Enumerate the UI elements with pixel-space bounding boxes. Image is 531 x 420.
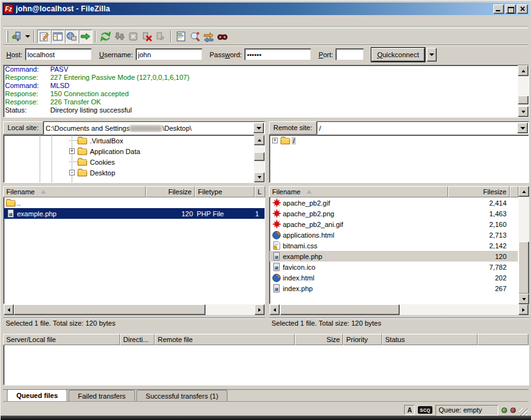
tree-item-label[interactable]: / (292, 137, 296, 145)
menu-item[interactable] (21, 20, 30, 23)
file-row[interactable]: index.php 267 (270, 283, 518, 294)
menu-item[interactable] (56, 20, 65, 23)
app-icon[interactable]: Fz (4, 4, 13, 14)
sync-browse-button[interactable] (202, 30, 216, 43)
scroll-thumb[interactable] (14, 304, 205, 315)
file-row[interactable]: example.php 120 (270, 251, 518, 262)
local-list-hscrollbar[interactable] (4, 304, 265, 315)
tree-item[interactable]: Desktop (4, 167, 265, 178)
password-input[interactable] (244, 48, 311, 60)
tab-successful-transfers-1[interactable]: Successful transfers (1) (136, 390, 228, 401)
menu-item[interactable] (38, 20, 47, 23)
column-header[interactable]: L (255, 186, 265, 197)
tree-item-label[interactable]: .VirtualBox (89, 137, 124, 145)
host-input[interactable] (25, 48, 92, 60)
speed-limit-icon[interactable]: SCQ (418, 406, 432, 414)
statusbar: A SCQ Queue: empty (3, 404, 528, 416)
menu-item[interactable] (30, 20, 38, 23)
scroll-left-button[interactable] (270, 304, 280, 315)
scroll-down-button[interactable] (518, 294, 529, 304)
tree-item-label[interactable]: Desktop (89, 169, 116, 177)
tab-queued-files[interactable]: Queued files (7, 389, 67, 401)
site-manager-button[interactable] (10, 30, 24, 43)
file-row[interactable]: favicon.ico 7,782 (270, 262, 518, 272)
column-header[interactable]: Remote file (155, 334, 295, 345)
username-input[interactable] (136, 48, 202, 60)
quickconnect-dropdown[interactable] (427, 48, 437, 62)
site-manager-dropdown[interactable] (24, 30, 31, 43)
tree-item[interactable]: / (270, 135, 528, 146)
scroll-thumb[interactable] (518, 96, 528, 104)
column-header[interactable]: Server/Local file (3, 334, 120, 345)
file-row[interactable]: .. (4, 197, 265, 208)
minimize-button[interactable] (493, 4, 504, 14)
remote-list-vscrollbar[interactable] (518, 186, 529, 304)
maximize-button[interactable] (505, 4, 516, 14)
close-button[interactable] (517, 4, 528, 14)
remote-list-hscrollbar[interactable] (270, 304, 528, 315)
tree-item-label[interactable]: Application Data (89, 148, 141, 155)
column-header[interactable]: Filesize (146, 186, 195, 197)
scroll-thumb[interactable] (254, 152, 265, 161)
log-scrollbar[interactable] (518, 65, 528, 117)
local-combo-dropdown[interactable] (253, 123, 264, 133)
data-type-indicator[interactable]: A (404, 405, 415, 415)
local-tree-scrollbar[interactable] (254, 135, 265, 182)
scroll-down-button[interactable] (254, 172, 265, 182)
file-row[interactable]: bitnami.css 2,142 (270, 240, 518, 251)
file-row[interactable]: applications.html 2,713 (270, 229, 518, 240)
tree-item[interactable]: Cookies (4, 157, 265, 167)
file-row[interactable]: apache_pb2_ani.gif 2,160 (270, 219, 518, 229)
column-header[interactable]: Directi... (120, 334, 155, 345)
toggle-local-tree-button[interactable] (51, 30, 65, 43)
tab-failed-transfers[interactable]: Failed transfers (68, 390, 135, 401)
tree-item[interactable]: .VirtualBox (4, 135, 265, 146)
remote-path: / (319, 124, 321, 132)
scroll-left-button[interactable] (4, 304, 14, 315)
toggle-message-log-button[interactable] (37, 30, 51, 43)
scroll-down-button[interactable] (518, 106, 528, 117)
port-input[interactable] (336, 48, 364, 60)
column-header[interactable]: Filetype (195, 186, 255, 197)
toolbar-grip[interactable] (6, 31, 8, 42)
column-header[interactable]: Status (382, 334, 478, 345)
remote-combo-dropdown[interactable] (517, 123, 528, 133)
column-header[interactable] (478, 334, 528, 345)
file-row[interactable]: apache_pb2.png 1,463 (270, 208, 518, 219)
column-header[interactable]: Filename (3, 186, 146, 197)
column-header[interactable]: Filesize (448, 186, 510, 197)
scroll-right-button[interactable] (518, 304, 528, 315)
column-header[interactable]: Filename (269, 186, 448, 197)
scroll-right-button[interactable] (255, 304, 265, 315)
menu-item[interactable] (12, 20, 21, 23)
scroll-up-button[interactable] (254, 135, 265, 145)
expand-icon[interactable] (69, 148, 75, 154)
file-row[interactable]: example.php 120 PHP File 1 (4, 208, 265, 219)
toggle-queue-button[interactable] (79, 30, 92, 43)
column-header[interactable] (510, 186, 518, 197)
disconnect-button[interactable] (140, 30, 154, 43)
file-row[interactable]: index.html 202 (270, 272, 518, 283)
filter-button[interactable] (174, 30, 188, 43)
remote-site-combo[interactable]: / (317, 121, 529, 135)
compare-button[interactable] (188, 30, 202, 43)
column-header[interactable]: Priority (343, 334, 382, 345)
scroll-thumb[interactable] (280, 304, 400, 315)
toggle-remote-tree-button[interactable] (65, 30, 79, 43)
local-site-combo[interactable]: C:\Documents and Settings\Desktop\ (43, 121, 265, 135)
tree-item-label[interactable]: Cookies (89, 158, 116, 166)
tree-item[interactable]: Application Data (4, 146, 265, 157)
collapse-icon[interactable] (69, 170, 75, 175)
menu-item[interactable] (3, 20, 12, 23)
scroll-up-button[interactable] (518, 186, 529, 197)
file-row[interactable]: apache_pb2.gif 2,414 (270, 197, 518, 208)
refresh-button[interactable] (99, 30, 112, 43)
menu-item[interactable] (47, 20, 56, 23)
column-header[interactable]: Size (295, 334, 343, 345)
scroll-up-button[interactable] (518, 65, 528, 76)
scroll-thumb[interactable] (518, 241, 529, 294)
find-files-button[interactable] (216, 30, 229, 43)
expand-icon[interactable] (272, 138, 278, 143)
pane-splitter[interactable] (265, 121, 269, 329)
quickconnect-button[interactable]: Quickconnect (371, 48, 425, 62)
